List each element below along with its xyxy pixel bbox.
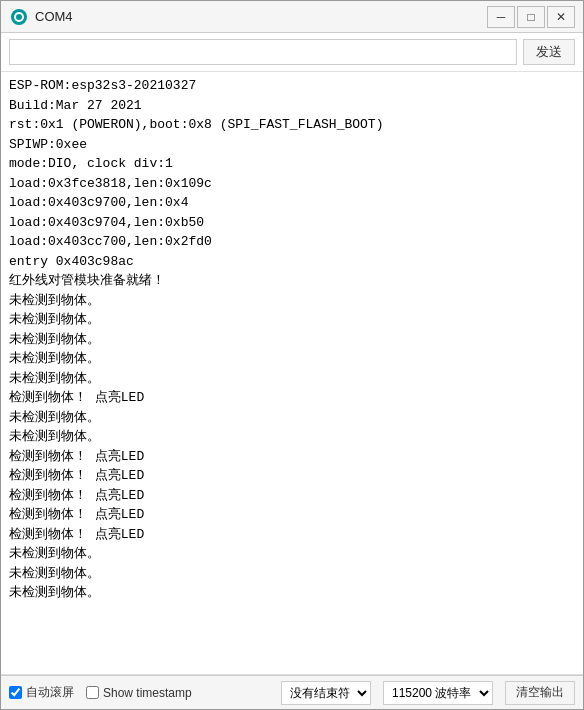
status-bar: 自动滚屏 Show timestamp 没有结束符换行符回车符回车+换行 300… xyxy=(1,675,583,709)
console-line: 检测到物体！ 点亮LED xyxy=(9,486,575,506)
svg-point-2 xyxy=(16,14,22,20)
console-line: 检测到物体！ 点亮LED xyxy=(9,388,575,408)
console-line: rst:0x1 (POWERON),boot:0x8 (SPI_FAST_FLA… xyxy=(9,115,575,135)
console-line: 未检测到物体。 xyxy=(9,369,575,389)
show-timestamp-checkbox[interactable]: Show timestamp xyxy=(86,686,192,700)
console-line: load:0x3fce3818,len:0x109c xyxy=(9,174,575,194)
console-line: load:0x403c9700,len:0x4 xyxy=(9,193,575,213)
auto-scroll-label: 自动滚屏 xyxy=(26,684,74,701)
console-line: 检测到物体！ 点亮LED xyxy=(9,505,575,525)
close-button[interactable]: ✕ xyxy=(547,6,575,28)
console-line: entry 0x403c98ac xyxy=(9,252,575,272)
title-bar: COM4 ─ □ ✕ xyxy=(1,1,583,33)
auto-scroll-checkbox[interactable]: 自动滚屏 xyxy=(9,684,74,701)
console-line: 检测到物体！ 点亮LED xyxy=(9,447,575,467)
console-line: 未检测到物体。 xyxy=(9,349,575,369)
console-line: SPIWP:0xee xyxy=(9,135,575,155)
console-line: Build:Mar 27 2021 xyxy=(9,96,575,116)
show-timestamp-input[interactable] xyxy=(86,686,99,699)
send-button[interactable]: 发送 xyxy=(523,39,575,65)
main-window: COM4 ─ □ ✕ 发送 ESP-ROM:esp32s3-20210327Bu… xyxy=(0,0,584,710)
console-line: 未检测到物体。 xyxy=(9,544,575,564)
line-ending-select[interactable]: 没有结束符换行符回车符回车+换行 xyxy=(281,681,371,705)
auto-scroll-input[interactable] xyxy=(9,686,22,699)
console-line: 检测到物体！ 点亮LED xyxy=(9,466,575,486)
console-line: 未检测到物体。 xyxy=(9,291,575,311)
minimize-button[interactable]: ─ xyxy=(487,6,515,28)
clear-output-button[interactable]: 清空输出 xyxy=(505,681,575,705)
console-line: mode:DIO, clock div:1 xyxy=(9,154,575,174)
console-line: 未检测到物体。 xyxy=(9,427,575,447)
console-line: 未检测到物体。 xyxy=(9,583,575,603)
console-line: 未检测到物体。 xyxy=(9,408,575,428)
console-line: load:0x403c9704,len:0xb50 xyxy=(9,213,575,233)
console-line: load:0x403cc700,len:0x2fd0 xyxy=(9,232,575,252)
window-controls: ─ □ ✕ xyxy=(487,6,575,28)
console-line: ESP-ROM:esp32s3-20210327 xyxy=(9,76,575,96)
console-line: 未检测到物体。 xyxy=(9,564,575,584)
console-line: 检测到物体！ 点亮LED xyxy=(9,525,575,545)
maximize-button[interactable]: □ xyxy=(517,6,545,28)
window-title: COM4 xyxy=(35,9,487,24)
console-line: 未检测到物体。 xyxy=(9,310,575,330)
toolbar: 发送 xyxy=(1,33,583,72)
console-line: 未检测到物体。 xyxy=(9,330,575,350)
baudrate-select[interactable]: 3001200240048009600144001920038400576007… xyxy=(383,681,493,705)
console-line: 红外线对管模块准备就绪！ xyxy=(9,271,575,291)
send-input[interactable] xyxy=(9,39,517,65)
app-icon xyxy=(9,7,29,27)
show-timestamp-label: Show timestamp xyxy=(103,686,192,700)
console-output: ESP-ROM:esp32s3-20210327Build:Mar 27 202… xyxy=(1,72,583,675)
